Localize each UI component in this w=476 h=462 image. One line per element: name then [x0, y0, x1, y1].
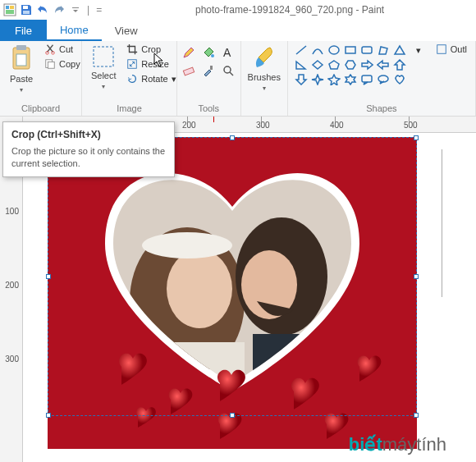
vruler-mark: 100 — [5, 207, 19, 216]
outline-icon — [436, 43, 447, 55]
outline-label: Outl — [451, 44, 467, 54]
group-brushes: Brushes▾ — [241, 41, 288, 116]
shape-arrowd-icon[interactable] — [295, 74, 308, 85]
magnifier-icon[interactable] — [222, 64, 235, 77]
shape-arrowr-icon[interactable] — [360, 59, 373, 71]
svg-rect-3 — [6, 10, 14, 14]
select-button[interactable]: Select▾ — [87, 43, 120, 93]
scissors-icon — [44, 43, 56, 55]
group-shapes: ▾ Outl Shapes — [288, 41, 476, 116]
shape-heart-icon[interactable] — [393, 74, 406, 85]
svg-rect-13 — [48, 62, 54, 68]
tab-view[interactable]: View — [102, 20, 151, 41]
vruler-mark: 300 — [5, 355, 19, 364]
ribbon: Paste▾ Cut Copy Clipboard Select▾ — [0, 41, 476, 117]
svg-rect-19 — [210, 66, 213, 70]
shape-arrowl-icon[interactable] — [377, 59, 390, 71]
pencil-icon[interactable] — [182, 46, 195, 59]
shape-pentagon-icon[interactable] — [327, 59, 341, 71]
svg-rect-1 — [6, 6, 9, 9]
shape-star5-icon[interactable] — [327, 74, 341, 85]
svg-rect-6 — [72, 7, 79, 8]
app-icon — [3, 3, 16, 16]
shape-polygon-icon[interactable] — [377, 44, 390, 56]
svg-point-16 — [211, 54, 214, 57]
shape-star4-icon[interactable] — [311, 74, 324, 85]
paste-button[interactable]: Paste▾ — [5, 43, 38, 96]
canvas-edge — [442, 149, 442, 297]
shapes-more-button[interactable]: ▾ — [413, 44, 424, 57]
shape-curve-icon[interactable] — [311, 44, 324, 56]
shape-callout2-icon[interactable] — [377, 74, 390, 85]
shape-hexagon-icon[interactable] — [344, 59, 357, 71]
rotate-button[interactable]: Rotate ▾ — [123, 72, 179, 85]
group-shapes-label: Shapes — [293, 102, 470, 116]
shape-roundrect-icon[interactable] — [360, 44, 373, 56]
tab-home[interactable]: Home — [47, 20, 102, 41]
group-brushes-label — [246, 102, 282, 116]
crop-button[interactable]: Crop — [123, 43, 179, 56]
brushes-button[interactable]: Brushes▾ — [246, 43, 282, 94]
shape-star6-icon[interactable] — [344, 74, 357, 85]
copy-button[interactable]: Copy — [41, 57, 84, 71]
chevron-down-icon: ▾ — [20, 86, 23, 94]
shapes-gallery[interactable] — [293, 43, 410, 89]
bucket-icon[interactable] — [202, 46, 215, 59]
svg-rect-23 — [362, 47, 372, 53]
tooltip-body: Crop the picture so it only contains the… — [11, 145, 166, 170]
shape-outline-button[interactable]: Outl — [433, 43, 470, 56]
svg-point-21 — [329, 46, 339, 54]
shape-line-icon[interactable] — [295, 44, 308, 56]
group-tools-label: Tools — [182, 102, 236, 116]
watermark-a: biết — [349, 434, 382, 455]
resize-button[interactable]: Resize — [123, 57, 179, 71]
cut-button[interactable]: Cut — [41, 43, 84, 56]
ribbon-tabs: File Home View — [0, 20, 476, 41]
cursor-icon — [153, 53, 165, 67]
quick-access-toolbar: | = photo-frame-1991824_960_720.png - Pa… — [0, 0, 476, 20]
svg-text:A: A — [223, 46, 231, 59]
undo-icon[interactable] — [36, 3, 49, 16]
svg-rect-4 — [23, 6, 28, 9]
select-label: Select — [91, 71, 117, 80]
shape-callout1-icon[interactable] — [360, 74, 373, 85]
selection-marquee[interactable] — [48, 137, 417, 416]
crop-icon — [126, 43, 138, 55]
watermark-b: máytính — [382, 434, 446, 455]
shape-diamond-icon[interactable] — [311, 59, 324, 71]
tab-view-label: View — [115, 25, 138, 37]
save-icon[interactable] — [20, 3, 33, 16]
shape-rect-icon[interactable] — [344, 44, 357, 56]
chevron-down-icon: ▾ — [263, 85, 266, 92]
redo-icon[interactable] — [53, 3, 66, 16]
ruler-mark: 400 — [330, 121, 344, 130]
ruler-mark: 300 — [256, 121, 270, 130]
svg-rect-18 — [183, 67, 194, 75]
vruler-mark: 200 — [5, 281, 19, 290]
tooltip-title: Crop (Ctrl+Shift+X) — [11, 129, 166, 140]
qat-dropdown-icon[interactable] — [69, 3, 82, 16]
cut-label: Cut — [59, 44, 73, 54]
svg-rect-24 — [362, 75, 372, 82]
shape-arrowu-icon[interactable] — [393, 59, 406, 71]
group-image-label: Image — [87, 102, 171, 116]
eraser-icon[interactable] — [182, 64, 195, 77]
shape-oval-icon[interactable] — [327, 44, 341, 56]
svg-point-20 — [224, 66, 231, 73]
svg-rect-2 — [10, 6, 14, 9]
window-title: photo-frame-1991824_960_720.png - Paint — [107, 4, 473, 16]
shape-triangle-icon[interactable] — [393, 44, 406, 56]
ruler-mark: 500 — [404, 121, 418, 130]
shape-rtriangle-icon[interactable] — [295, 59, 308, 71]
tab-file[interactable]: File — [0, 20, 47, 41]
eyedropper-icon[interactable] — [202, 64, 215, 77]
text-icon[interactable]: A — [222, 46, 235, 59]
svg-rect-5 — [23, 11, 30, 14]
group-tools: A Tools — [177, 41, 241, 116]
canvas[interactable]: biếtmáytính — [23, 133, 476, 462]
brushes-label: Brushes — [248, 72, 281, 82]
svg-rect-26 — [437, 45, 446, 54]
chevron-down-icon: ▾ — [172, 74, 176, 85]
vertical-ruler: 100 200 300 — [0, 133, 23, 462]
rotate-label: Rotate — [141, 74, 167, 84]
